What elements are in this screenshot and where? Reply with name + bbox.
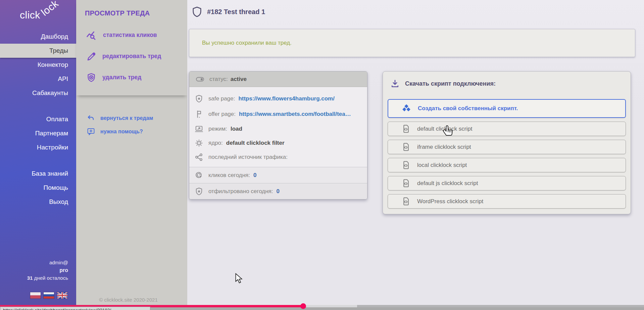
account-email: admin@: [27, 259, 68, 266]
panel-links: вернуться к тредам нужна помощь?: [76, 112, 187, 138]
row-label: offer page:: [208, 111, 236, 118]
share-icon: [195, 153, 203, 162]
uk-flag[interactable]: [57, 292, 67, 299]
edit-thread-action[interactable]: редактировать тред: [76, 47, 187, 65]
shield-icon: [192, 6, 202, 17]
sidebar-item-knowledge-base[interactable]: База знаний: [0, 167, 76, 181]
counter-label: отфильтровано сегодня:: [208, 188, 273, 195]
status-label: статус:: [209, 76, 228, 83]
action-label: удалить тред: [102, 74, 141, 81]
sidebar-item-dashboard[interactable]: Дашборд: [0, 30, 76, 44]
last-traffic-source-row: последний источник трафика:: [189, 150, 367, 164]
language-switcher: [30, 292, 67, 299]
logo-text-click: click: [20, 9, 40, 21]
sidebar-nav: Дашборд Треды Коннектор API Сабакаунты О…: [0, 30, 76, 209]
undo-icon: [87, 114, 95, 122]
file-code-icon: [401, 142, 410, 151]
sidebar-item-settings[interactable]: Настройки: [0, 140, 76, 154]
link-label: нужна помощь?: [100, 129, 143, 135]
button-label: default clicklock script: [417, 126, 472, 132]
thread-view-panel: ПРОСМОТР ТРЕДА статистика кликов редакти…: [76, 0, 187, 310]
page-title: #182 Test thread 1: [207, 8, 265, 16]
sidebar-item-help[interactable]: Помощь: [0, 181, 76, 195]
file-code-icon: [401, 179, 410, 188]
flag-icon: [195, 110, 203, 119]
poland-flag[interactable]: [30, 292, 41, 299]
sidebar-item-threads[interactable]: Треды: [0, 44, 76, 58]
row-label: последний источник трафика:: [208, 154, 288, 161]
account-plan: pro: [27, 266, 68, 274]
sidebar-item-subaccounts[interactable]: Сабакаунты: [0, 86, 76, 100]
logo-text-lock: lock: [39, 0, 61, 18]
create-own-script-button[interactable]: Создать свой собственный скрипт.: [388, 99, 626, 118]
safe-page-link[interactable]: https://www.flowers4hamburg.com/: [238, 95, 335, 102]
help-plus-icon: [87, 128, 95, 136]
account-info: admin@ pro 31 дней осталось: [27, 259, 68, 282]
link-label: вернуться к тредам: [100, 115, 153, 121]
thread-actions-block: ПРОСМОТР ТРЕДА статистика кликов редакти…: [76, 0, 187, 95]
sidebar-item-api[interactable]: API: [0, 72, 76, 86]
status-card-body: safe page: https://www.flowers4hamburg.c…: [189, 87, 367, 167]
core-row: ядро: default clicklock filter: [189, 136, 367, 150]
delete-thread-action[interactable]: удалить тред: [76, 68, 187, 87]
button-label: default js clicklock script: [417, 180, 478, 187]
scripts-card-title: Скачать скрипт подключения:: [405, 80, 496, 87]
scripts-card-header: Скачать скрипт подключения:: [388, 78, 626, 89]
toggle-icon: [195, 75, 205, 83]
mode-row: режим: load: [189, 122, 367, 136]
local-clicklock-script-button[interactable]: local clicklock script: [388, 158, 626, 172]
screen-arrow-icon: [195, 125, 203, 133]
shield-x-icon: [86, 73, 96, 83]
clicklock-logo: click lock: [20, 2, 70, 26]
shield-star-icon: [195, 94, 203, 103]
action-label: статистика кликов: [103, 32, 157, 39]
progress-remaining-segment: [357, 305, 644, 307]
row-value: default clicklock filter: [226, 140, 285, 146]
iframe-clicklock-script-button[interactable]: iframe clicklock script: [388, 140, 626, 154]
default-js-clicklock-script-button[interactable]: default js clicklock script: [388, 176, 626, 190]
sidebar-item-connector[interactable]: Коннектор: [0, 58, 76, 72]
button-label: local clicklock script: [417, 162, 467, 169]
click-stats-action[interactable]: статистика кликов: [76, 26, 187, 44]
clicks-today-row: кликов сегодня: 0: [189, 167, 367, 183]
alert-message: Вы успешно сохранили ваш тред.: [202, 40, 292, 46]
need-help-link[interactable]: нужна помощь?: [76, 125, 187, 138]
app-window: click lock Дашборд Треды Коннектор API С…: [0, 0, 644, 310]
offer-page-row: offer page: https://www.smartbets.com/fo…: [189, 106, 367, 122]
file-code-icon: [401, 197, 410, 206]
safe-page-row: safe page: https://www.flowers4hamburg.c…: [189, 91, 367, 106]
stats-search-icon: [86, 30, 97, 41]
account-days-left: 31 дней осталось: [27, 274, 68, 282]
button-label: iframe clicklock script: [417, 144, 471, 150]
row-label: safe page:: [208, 95, 235, 102]
row-label: режим:: [208, 126, 227, 132]
days-text: дней осталось: [34, 275, 68, 281]
thread-status-card: статус: active safe page: https://www.fl…: [189, 71, 367, 200]
thread-header: #182 Test thread 1: [192, 6, 265, 17]
sidebar-item-logout[interactable]: Выход: [0, 195, 76, 209]
download-scripts-card: Скачать скрипт подключения: Создать свой…: [383, 71, 631, 214]
main-content: #182 Test thread 1 Вы успешно сохранили …: [187, 0, 644, 310]
success-alert: Вы успешно сохранили ваш тред.: [189, 29, 635, 57]
default-clicklock-script-button[interactable]: default clicklock script: [388, 122, 626, 136]
status-value: active: [231, 76, 247, 83]
sidebar-item-partners[interactable]: Партнерам: [0, 126, 76, 140]
sidebar-item-payment[interactable]: Оплата: [0, 112, 76, 126]
button-label: Создать свой собственный скрипт.: [418, 105, 518, 112]
row-value: load: [231, 126, 242, 132]
file-code-icon: [401, 161, 410, 170]
button-label: WordPress clicklock script: [417, 198, 483, 205]
offer-page-link[interactable]: https://www.smartbets.com/football/tea…: [239, 111, 351, 118]
days-number: 31: [27, 275, 33, 281]
russia-flag[interactable]: [44, 292, 54, 299]
gear-icon: [195, 139, 203, 147]
back-to-threads-link[interactable]: вернуться к тредам: [76, 112, 187, 125]
wordpress-clicklock-script-button[interactable]: WordPress clicklock script: [388, 194, 626, 209]
status-header-row: статус: active: [189, 72, 367, 87]
counter-value: 0: [276, 188, 279, 195]
file-code-icon: [401, 124, 410, 133]
panel-title: ПРОСМОТР ТРЕДА: [76, 9, 187, 17]
shield-star-icon: [195, 187, 203, 196]
progress-scrubber-knob[interactable]: [300, 303, 306, 309]
filtered-today-row: отфильтровано сегодня: 0: [189, 183, 367, 199]
